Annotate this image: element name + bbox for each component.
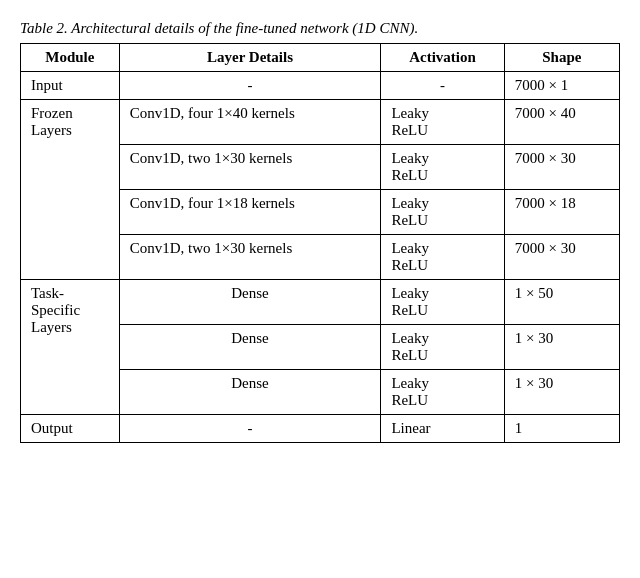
activation-cell: Linear — [381, 415, 504, 443]
col-header-module: Module — [21, 44, 120, 72]
table-row: Task-SpecificLayers Dense LeakyReLU 1 × … — [21, 280, 620, 325]
activation-cell: LeakyReLU — [381, 145, 504, 190]
col-header-activation: Activation — [381, 44, 504, 72]
layer-cell: - — [119, 415, 381, 443]
page-container: Table 2. Architectural details of the fi… — [20, 20, 620, 443]
table-caption: Table 2. Architectural details of the fi… — [20, 20, 620, 37]
activation-cell: LeakyReLU — [381, 370, 504, 415]
layer-cell: Dense — [119, 280, 381, 325]
module-cell: Input — [21, 72, 120, 100]
shape-cell: 1 — [504, 415, 619, 443]
layer-cell: Dense — [119, 325, 381, 370]
shape-cell: 7000 × 40 — [504, 100, 619, 145]
layer-cell: Conv1D, four 1×18 kernels — [119, 190, 381, 235]
layer-cell: Conv1D, two 1×30 kernels — [119, 145, 381, 190]
activation-cell: LeakyReLU — [381, 325, 504, 370]
caption-text: . Architectural details of the fine-tune… — [64, 20, 418, 36]
table-row: Input - - 7000 × 1 — [21, 72, 620, 100]
activation-cell: LeakyReLU — [381, 235, 504, 280]
col-header-shape: Shape — [504, 44, 619, 72]
table-row: Output - Linear 1 — [21, 415, 620, 443]
col-header-layer: Layer Details — [119, 44, 381, 72]
header-row: Module Layer Details Activation Shape — [21, 44, 620, 72]
module-cell-output: Output — [21, 415, 120, 443]
layer-cell: Conv1D, two 1×30 kernels — [119, 235, 381, 280]
shape-cell: 1 × 50 — [504, 280, 619, 325]
table-row: FrozenLayers Conv1D, four 1×40 kernels L… — [21, 100, 620, 145]
activation-cell: LeakyReLU — [381, 100, 504, 145]
layer-cell: Conv1D, four 1×40 kernels — [119, 100, 381, 145]
layer-cell: - — [119, 72, 381, 100]
shape-cell: 7000 × 1 — [504, 72, 619, 100]
activation-cell: LeakyReLU — [381, 280, 504, 325]
shape-cell: 1 × 30 — [504, 370, 619, 415]
module-cell-frozen: FrozenLayers — [21, 100, 120, 280]
module-cell-task: Task-SpecificLayers — [21, 280, 120, 415]
layer-cell: Dense — [119, 370, 381, 415]
shape-cell: 7000 × 30 — [504, 235, 619, 280]
activation-cell: LeakyReLU — [381, 190, 504, 235]
shape-cell: 7000 × 18 — [504, 190, 619, 235]
architecture-table: Module Layer Details Activation Shape In… — [20, 43, 620, 443]
activation-cell: - — [381, 72, 504, 100]
caption-prefix: Table 2 — [20, 20, 64, 36]
shape-cell: 7000 × 30 — [504, 145, 619, 190]
shape-cell: 1 × 30 — [504, 325, 619, 370]
